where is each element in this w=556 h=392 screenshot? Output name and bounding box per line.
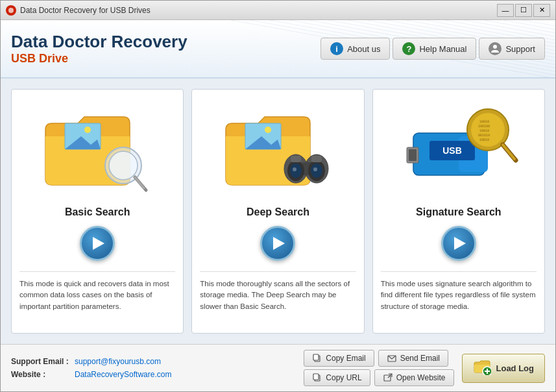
- app-title-main: Data Doctor Recovery: [11, 32, 187, 52]
- footer-buttons: Copy Email Send Email: [304, 350, 453, 386]
- svg-point-36: [313, 167, 317, 171]
- app-header: Data Doctor Recovery USB Drive: [1, 20, 555, 79]
- svg-rect-37: [291, 156, 301, 162]
- app-icon: [6, 5, 16, 16]
- deep-search-description: This mode thoroughly scans all the secto…: [200, 271, 356, 312]
- svg-line-60: [388, 374, 392, 378]
- footer-btn-row-1: Copy Email Send Email: [304, 350, 453, 367]
- title-bar-text: Data Doctor Recovery for USB Drives: [20, 6, 497, 15]
- footer: Support Email : support@fixyourusb.com W…: [1, 344, 555, 391]
- copy-url-icon: [312, 373, 322, 383]
- open-website-button[interactable]: Open Website: [374, 369, 454, 386]
- open-website-icon: [383, 373, 393, 383]
- svg-rect-44: [409, 149, 417, 161]
- svg-rect-38: [311, 156, 322, 162]
- support-button[interactable]: Support: [479, 38, 545, 60]
- footer-info: Support Email : support@fixyourusb.com W…: [11, 357, 296, 379]
- support-email-link[interactable]: support@fixyourusb.com: [75, 357, 161, 366]
- about-us-button[interactable]: i About us: [320, 38, 390, 60]
- svg-rect-55: [313, 354, 319, 360]
- svg-point-20: [84, 127, 91, 133]
- info-icon: i: [330, 42, 343, 55]
- basic-search-card: Basic Search This mode is quick and reco…: [11, 89, 184, 334]
- play-triangle-icon: [93, 237, 104, 250]
- svg-line-24: [135, 177, 144, 188]
- basic-search-play-button[interactable]: [80, 226, 115, 261]
- maximize-button[interactable]: ☐: [515, 4, 532, 17]
- header-nav: i About us ? Help Manual Support: [320, 38, 545, 60]
- svg-text:100100: 100100: [478, 124, 490, 128]
- svg-text:USB: USB: [442, 145, 462, 156]
- website-row: Website : DataRecoverySoftware.com: [11, 370, 296, 379]
- footer-btn-row-2: Copy URL Open Website: [304, 369, 453, 386]
- title-bar: Data Doctor Recovery for USB Drives — ☐ …: [1, 1, 555, 20]
- window-controls: — ☐ ✕: [497, 4, 550, 17]
- basic-search-image: [32, 97, 162, 201]
- app-title-section: Data Doctor Recovery USB Drive: [11, 32, 187, 66]
- signature-search-description: This mode uses signature search algorith…: [381, 271, 537, 312]
- deep-search-image: [213, 97, 343, 201]
- svg-point-17: [493, 45, 497, 49]
- deep-search-title: Deep Search: [247, 206, 309, 218]
- signature-search-play-button[interactable]: [441, 226, 476, 261]
- svg-text:10010: 10010: [479, 129, 489, 132]
- signature-search-title: Signature Search: [416, 206, 502, 218]
- website-label: Website :: [11, 370, 69, 379]
- app-title-sub: USB Drive: [11, 52, 187, 66]
- copy-email-label: Copy Email: [326, 354, 365, 363]
- svg-point-35: [293, 167, 296, 171]
- basic-search-title: Basic Search: [65, 206, 130, 218]
- load-log-icon: [473, 360, 491, 377]
- about-us-label: About us: [347, 44, 380, 54]
- support-icon: [489, 42, 502, 55]
- website-link[interactable]: DataRecoverySoftware.com: [75, 370, 171, 379]
- play-triangle-icon: [454, 237, 466, 250]
- copy-url-button[interactable]: Copy URL: [304, 369, 370, 386]
- svg-text:001010: 001010: [478, 133, 490, 137]
- svg-point-22: [109, 151, 138, 180]
- send-email-button[interactable]: Send Email: [378, 350, 448, 367]
- support-email-label: Support Email :: [11, 357, 69, 366]
- signature-search-image: USB 10010 100100 10010 001010 10010: [394, 97, 524, 201]
- basic-search-description: This mode is quick and recovers data in …: [19, 271, 175, 312]
- deep-search-card: Deep Search This mode thoroughly scans a…: [191, 89, 364, 334]
- svg-point-27: [265, 127, 271, 133]
- help-manual-button[interactable]: ? Help Manual: [393, 38, 476, 60]
- open-website-label: Open Website: [396, 373, 446, 382]
- support-label: Support: [505, 44, 535, 54]
- copy-icon: [312, 353, 322, 363]
- load-log-button[interactable]: Load Log: [462, 354, 546, 383]
- send-email-label: Send Email: [400, 354, 440, 363]
- svg-line-53: [503, 145, 514, 159]
- main-content: Basic Search This mode is quick and reco…: [1, 79, 555, 344]
- help-icon: ?: [402, 42, 415, 55]
- copy-url-label: Copy URL: [326, 373, 361, 382]
- deep-search-play-button[interactable]: [260, 226, 295, 261]
- svg-text:10010: 10010: [479, 138, 489, 141]
- play-triangle-icon: [273, 237, 285, 250]
- help-manual-label: Help Manual: [419, 44, 466, 54]
- email-icon: [387, 353, 397, 363]
- load-log-label: Load Log: [496, 363, 535, 373]
- svg-text:10010: 10010: [479, 119, 489, 123]
- minimize-button[interactable]: —: [497, 4, 514, 17]
- copy-email-button[interactable]: Copy Email: [304, 350, 374, 367]
- svg-rect-58: [313, 374, 319, 380]
- support-email-row: Support Email : support@fixyourusb.com: [11, 357, 296, 366]
- signature-search-card: USB 10010 100100 10010 001010 10010 Sign…: [372, 89, 545, 334]
- close-button[interactable]: ✕: [533, 4, 550, 17]
- svg-point-0: [8, 8, 14, 13]
